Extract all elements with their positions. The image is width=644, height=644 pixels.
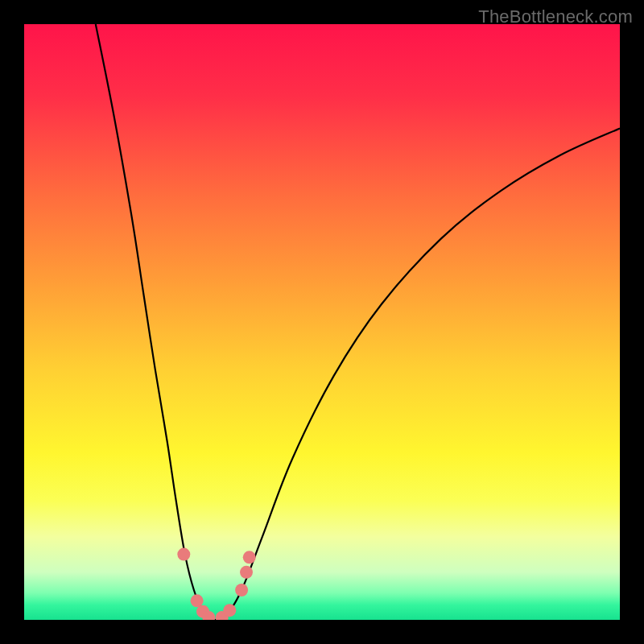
data-point — [223, 604, 236, 617]
data-point — [243, 551, 256, 564]
bottleneck-curve — [96, 24, 620, 620]
data-point — [240, 566, 253, 579]
watermark-text: TheBottleneck.com — [478, 6, 633, 27]
plot-area — [24, 24, 620, 620]
data-point — [235, 584, 248, 597]
bottleneck-curve-path — [96, 24, 620, 620]
curve-layer — [24, 24, 620, 620]
chart-frame: TheBottleneck.com — [0, 0, 644, 644]
data-point — [177, 548, 190, 561]
